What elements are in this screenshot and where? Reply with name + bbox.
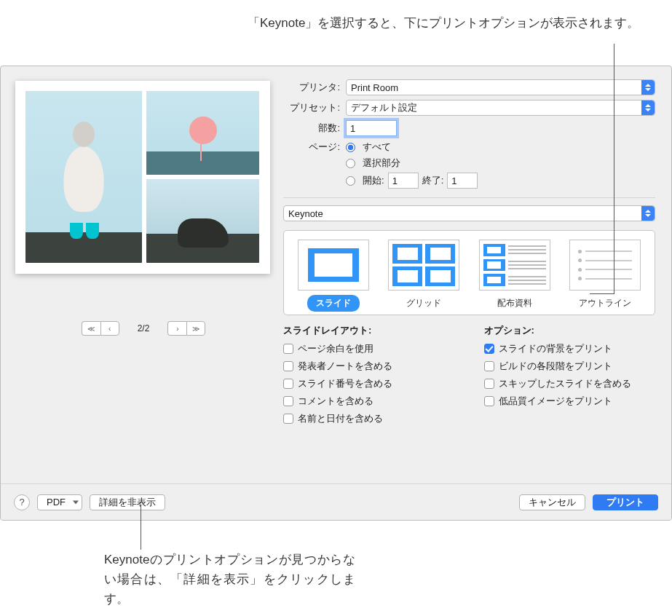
presenter-notes-checkbox[interactable] [283,361,293,371]
layout-grid-label: グリッド [398,295,450,312]
pager-count: 2/2 [138,323,150,333]
print-dialog: ≪ ‹ 2/2 › ≫ プリンタ: Print Room プリセット: [0,66,672,521]
copies-input[interactable]: 1 [346,120,397,136]
printer-label: プリンタ: [283,81,340,94]
comments-label: コメントを含める [298,395,373,408]
pdf-menu-button[interactable]: PDF [37,494,82,510]
select-arrows-icon [641,80,655,95]
pages-all-radio[interactable] [346,143,355,152]
preset-value: デフォルト設定 [351,101,417,114]
preview-pager: ≪ ‹ 2/2 › ≫ [15,321,272,336]
copies-label: 部数: [283,122,340,135]
select-arrows-icon [641,100,655,115]
print-button[interactable]: プリント [593,494,658,510]
app-section-value: Keynote [288,208,323,219]
slide-layout-heading: スライドレイアウト: [283,324,455,337]
print-bg-checkbox[interactable] [484,344,494,354]
pager-prev-button[interactable]: ‹ [100,321,119,336]
dialog-footer: ? PDF 詳細を非表示 キャンセル プリント [1,483,671,520]
print-bg-label: スライドの背景をプリント [499,342,612,355]
dropdown-icon [73,500,79,504]
cancel-button[interactable]: キャンセル [519,494,585,510]
pages-to-label: 終了: [422,174,444,187]
presenter-notes-label: 発表者ノートを含める [298,360,392,373]
low-quality-checkbox[interactable] [484,396,494,406]
layout-handout-label: 配布資料 [489,295,541,312]
pages-to-input[interactable]: 1 [447,173,478,189]
layout-outline-option[interactable]: アウトライン [563,240,647,312]
preset-label: プリセット: [283,101,340,114]
options-heading: オプション: [484,324,656,337]
pages-from-input[interactable]: 1 [388,173,419,189]
layout-grid-option[interactable]: グリッド [382,240,466,312]
pager-next-button[interactable]: › [167,321,186,336]
name-date-checkbox[interactable] [283,414,293,424]
pager-last-button[interactable]: ≫ [186,321,205,336]
use-margins-checkbox[interactable] [283,344,293,354]
printer-select[interactable]: Print Room [346,79,655,95]
slide-numbers-label: スライド番号を含める [298,377,392,390]
layout-handout-option[interactable]: 配布資料 [473,240,557,312]
app-section-select[interactable]: Keynote [283,205,655,221]
skipped-label: スキップしたスライドを含める [499,377,631,390]
callout-line-top-h [590,293,614,294]
pages-label: ページ: [283,141,340,154]
layout-outline-label: アウトライン [570,295,640,312]
comments-checkbox[interactable] [283,396,293,406]
preview-pane: ≪ ‹ 2/2 › ≫ [1,66,279,459]
preview-page [15,81,270,274]
low-quality-label: 低品質イメージをプリント [499,395,612,408]
callout-line-top [614,44,614,294]
pages-range-radio[interactable] [346,176,355,186]
callout-bottom-text: Keynoteのプリントオプションが見つからない場合は、「詳細を表示」をクリック… [104,550,355,609]
layout-slide-label: スライド [307,295,360,312]
help-button[interactable]: ? [14,494,30,510]
pages-selection-label: 選択部分 [363,157,400,170]
callout-top-text: 「Keynote」を選択すると、下にプリントオプションが表示されます。 [248,13,642,33]
slide-numbers-checkbox[interactable] [283,379,293,389]
hide-details-button[interactable]: 詳細を非表示 [90,494,165,510]
layout-chooser: スライド グリッド 配布資料 [283,230,655,315]
preview-thumb-1 [25,91,142,263]
print-builds-label: ビルドの各段階をプリント [499,360,612,373]
select-arrows-icon [641,206,655,221]
pager-first-button[interactable]: ≪ [82,321,100,336]
name-date-label: 名前と日付を含める [298,412,383,425]
preview-thumb-2 [146,91,259,175]
use-margins-label: ページ余白を使用 [298,342,373,355]
divider [283,197,655,198]
printer-value: Print Room [351,82,398,93]
print-builds-checkbox[interactable] [484,361,494,371]
skipped-checkbox[interactable] [484,379,494,389]
pages-all-label: すべて [363,141,391,154]
callout-line-bottom [141,505,141,550]
preview-thumb-3 [146,179,259,263]
pdf-label: PDF [47,497,66,508]
pages-from-label: 開始: [363,174,384,187]
preset-select[interactable]: デフォルト設定 [346,100,655,116]
layout-slide-option[interactable]: スライド [291,240,376,312]
pages-selection-radio[interactable] [346,159,355,168]
